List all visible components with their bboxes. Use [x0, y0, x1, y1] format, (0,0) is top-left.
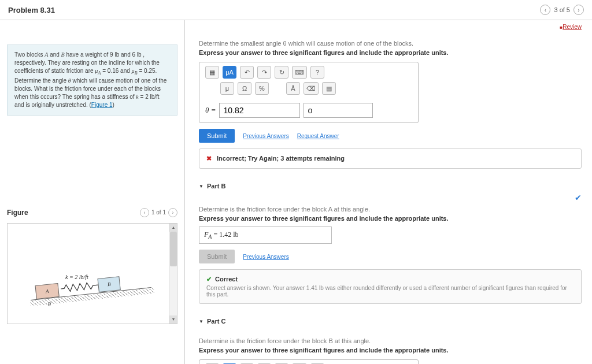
- incorrect-icon: ✖: [206, 155, 212, 162]
- block-a: A: [35, 283, 59, 299]
- next-problem-button[interactable]: ›: [574, 5, 584, 15]
- part-a-input-panel: ▦ μA ↶ ↷ ↻ ⌨ ? μ Ω % Å ⌫ ▤ θ =: [199, 62, 419, 123]
- spring-constant-label: k = 2 lb/ft: [65, 274, 88, 280]
- part-c-input-panel: ▦ μA ↶ ↷ ↻ ⌨ ? FB =: [199, 359, 419, 364]
- units-mua-button[interactable]: μA: [223, 66, 236, 79]
- part-c-instructions: Express your answer to three significant…: [199, 347, 582, 354]
- part-b-submit-button: Submit: [199, 250, 235, 263]
- block-b: B: [97, 276, 120, 292]
- part-c-prompt: Determine is the friction force under th…: [199, 337, 582, 344]
- figure-canvas: A B k = 2 lb/ft θ ▲ ▼: [7, 223, 177, 324]
- fraction-icon[interactable]: ▤: [322, 82, 336, 95]
- problem-title: Problem 8.31: [8, 6, 55, 14]
- part-b-instructions: Express your answer to three significant…: [199, 215, 582, 222]
- figure-scrollbar[interactable]: ▲ ▼: [169, 224, 177, 324]
- part-a-submit-button[interactable]: Submit: [199, 129, 235, 143]
- prev-problem-button[interactable]: ‹: [540, 5, 550, 15]
- next-figure-button[interactable]: ›: [168, 208, 177, 217]
- undo-icon[interactable]: ↶: [240, 66, 254, 79]
- review-link[interactable]: Review: [560, 24, 582, 30]
- problem-counter: 3 of 5: [554, 6, 570, 13]
- part-b-feedback: ✔Correct Correct answer is shown. Your a…: [199, 269, 582, 304]
- prev-figure-button[interactable]: ‹: [140, 208, 149, 217]
- mu-button[interactable]: μ: [220, 82, 234, 95]
- spring-icon: [60, 281, 98, 293]
- part-b-answer-display: FA = 1.42 lb: [199, 226, 332, 244]
- figure-counter: 1 of 1: [151, 209, 166, 216]
- omega-button[interactable]: Ω: [238, 82, 251, 95]
- part-a-feedback-text: Incorrect; Try Again; 3 attempts remaini…: [217, 155, 345, 162]
- part-a-previous-answers-link[interactable]: Previous Answers: [243, 133, 288, 139]
- backspace-icon[interactable]: ⌫: [304, 82, 319, 95]
- part-a-unit-input[interactable]: [304, 103, 373, 118]
- reset-icon[interactable]: ↻: [275, 66, 288, 79]
- part-b-correct-title: Correct: [215, 276, 238, 283]
- theta-label: θ: [48, 301, 51, 307]
- scroll-down-icon[interactable]: ▼: [169, 315, 177, 324]
- theta-equals-label: θ =: [205, 106, 216, 115]
- correct-icon: ✔: [206, 276, 212, 283]
- redo-icon[interactable]: ↷: [257, 66, 271, 79]
- part-b-header[interactable]: Part B: [199, 183, 582, 190]
- angstrom-button[interactable]: Å: [286, 82, 300, 95]
- part-b-previous-answers-link[interactable]: Previous Answers: [243, 254, 288, 260]
- keyboard-icon[interactable]: ⌨: [292, 66, 307, 79]
- templates-icon[interactable]: ▦: [205, 66, 219, 79]
- percent-button[interactable]: %: [255, 82, 269, 95]
- part-a-instructions: Express your answer to three significant…: [199, 49, 582, 56]
- problem-nav: ‹ 3 of 5 ›: [540, 5, 584, 15]
- problem-statement: Two blocks A and B have a weight of 9 lb…: [7, 44, 177, 116]
- help-icon[interactable]: ?: [310, 66, 324, 79]
- scroll-thumb[interactable]: [170, 232, 177, 266]
- part-b-solved-icon: ✔: [575, 193, 582, 202]
- scroll-up-icon[interactable]: ▲: [169, 224, 177, 232]
- part-a-prompt: Determine the smallest angle θ which wil…: [199, 40, 582, 47]
- part-b-correct-message: Correct answer is shown. Your answer 1.4…: [206, 285, 574, 298]
- part-b-prompt: Determine is the friction force under th…: [199, 206, 582, 213]
- part-a-value-input[interactable]: [219, 103, 300, 118]
- part-a-request-answer-link[interactable]: Request Answer: [297, 133, 339, 139]
- figure-title: Figure: [7, 209, 28, 217]
- part-c-header[interactable]: Part C: [199, 318, 582, 325]
- part-a-feedback: ✖ Incorrect; Try Again; 3 attempts remai…: [199, 148, 582, 169]
